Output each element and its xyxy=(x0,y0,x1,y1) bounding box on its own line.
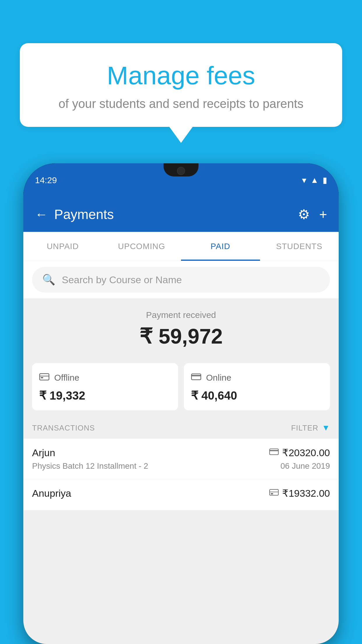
online-payment-icon xyxy=(269,448,279,458)
online-card-type: Online xyxy=(206,373,231,383)
app-header: ← Payments ⚙ + xyxy=(23,197,339,232)
search-placeholder: Search by Course or Name xyxy=(62,274,182,286)
transaction-bottom-arjun: Physics Batch 12 Installment - 2 06 June… xyxy=(32,461,330,471)
svg-rect-9 xyxy=(271,493,273,494)
status-icons: ▾ ▲ ▮ xyxy=(302,175,327,185)
transaction-row-anupriya[interactable]: Anupriya ₹19332.00 xyxy=(23,479,339,510)
battery-icon: ▮ xyxy=(323,175,327,185)
filter-label: FILTER xyxy=(291,424,319,433)
speech-bubble: Manage fees of your students and send re… xyxy=(20,43,342,127)
student-name-anupriya: Anupriya xyxy=(32,488,71,499)
tab-unpaid[interactable]: UNPAID xyxy=(23,232,102,261)
payment-cards-row: Offline ₹ 19,332 Online xyxy=(23,357,339,416)
online-card: Online ₹ 40,640 xyxy=(184,363,330,410)
course-info-arjun: Physics Batch 12 Installment - 2 xyxy=(32,461,148,471)
amount-wrap-anupriya: ₹19332.00 xyxy=(269,487,330,499)
search-container: 🔍 Search by Course or Name xyxy=(23,261,339,298)
payment-received-section: Payment received ₹ 59,972 xyxy=(23,298,339,357)
offline-card-header: Offline xyxy=(39,371,171,384)
speech-bubble-container: Manage fees of your students and send re… xyxy=(20,43,342,143)
transaction-amount-anupriya: ₹19332.00 xyxy=(282,487,330,499)
header-left: ← Payments xyxy=(35,206,114,222)
phone-notch xyxy=(164,163,198,176)
speech-bubble-arrow xyxy=(169,127,193,143)
offline-card-type: Offline xyxy=(54,373,79,383)
payment-label: Payment received xyxy=(32,310,330,320)
transaction-top-anupriya: Anupriya ₹19332.00 xyxy=(32,487,330,499)
transaction-top-arjun: Arjun ₹20320.00 xyxy=(32,447,330,459)
phone-device: 14:29 ▾ ▲ ▮ ← Payments ⚙ + UNPAID xyxy=(23,163,339,644)
transaction-date-arjun: 06 June 2019 xyxy=(280,461,330,471)
phone-screen-content: 🔍 Search by Course or Name Payment recei… xyxy=(23,261,339,644)
tab-students[interactable]: STUDENTS xyxy=(260,232,339,261)
header-title: Payments xyxy=(54,206,114,222)
tab-upcoming[interactable]: UPCOMING xyxy=(102,232,181,261)
online-icon xyxy=(191,371,201,384)
svg-rect-2 xyxy=(41,377,43,378)
transaction-amount-arjun: ₹20320.00 xyxy=(282,447,330,459)
transactions-label: TRANSACTIONS xyxy=(32,424,95,433)
svg-rect-1 xyxy=(40,375,49,377)
filter-icon: ▼ xyxy=(322,423,330,433)
phone-camera xyxy=(177,167,185,175)
header-right: ⚙ + xyxy=(298,206,327,222)
svg-rect-5 xyxy=(270,449,278,455)
plus-icon[interactable]: + xyxy=(319,206,327,222)
student-name-arjun: Arjun xyxy=(32,447,55,459)
svg-rect-8 xyxy=(270,491,278,493)
online-card-amount: ₹ 40,640 xyxy=(191,389,323,402)
bubble-heading: Manage fees xyxy=(34,61,328,90)
bubble-subtext: of your students and send receipts to pa… xyxy=(34,97,328,111)
payment-amount: ₹ 59,972 xyxy=(32,324,330,349)
wifi-icon: ▾ xyxy=(302,175,306,185)
status-bar: 14:29 ▾ ▲ ▮ xyxy=(23,163,339,197)
offline-payment-icon xyxy=(269,488,279,498)
transactions-header: TRANSACTIONS FILTER ▼ xyxy=(23,416,339,438)
filter-section[interactable]: FILTER ▼ xyxy=(291,423,330,433)
tab-paid[interactable]: PAID xyxy=(181,232,260,261)
offline-icon xyxy=(39,371,50,384)
amount-wrap-arjun: ₹20320.00 xyxy=(269,447,330,459)
tabs-container: UNPAID UPCOMING PAID STUDENTS xyxy=(23,232,339,261)
back-button[interactable]: ← xyxy=(35,207,48,222)
svg-rect-3 xyxy=(191,374,201,380)
search-icon: 🔍 xyxy=(42,274,55,286)
transaction-row-arjun[interactable]: Arjun ₹20320.00 Physics Batch 12 Install… xyxy=(23,438,339,479)
signal-icon: ▲ xyxy=(310,176,319,185)
gear-icon[interactable]: ⚙ xyxy=(298,206,310,222)
online-card-header: Online xyxy=(191,371,323,384)
offline-card: Offline ₹ 19,332 xyxy=(32,363,178,410)
status-time: 14:29 xyxy=(35,175,57,185)
offline-card-amount: ₹ 19,332 xyxy=(39,389,171,402)
search-bar[interactable]: 🔍 Search by Course or Name xyxy=(32,267,330,293)
